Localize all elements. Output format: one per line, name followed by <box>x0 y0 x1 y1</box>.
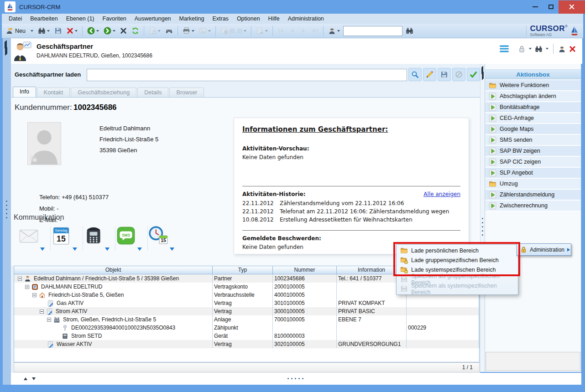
refresh-button[interactable] <box>130 26 141 36</box>
context-menu-item-2[interactable]: Lade gruppenspezifischen Bereich <box>397 255 518 265</box>
splitter-handle[interactable] <box>482 218 483 236</box>
maximize-button[interactable] <box>543 0 559 14</box>
phone-action[interactable] <box>83 225 115 252</box>
aktionsbox-item-umzug[interactable]: Umzug <box>485 179 581 190</box>
caret-down-icon[interactable] <box>40 248 45 251</box>
splitter-handle[interactable] <box>6 201 7 218</box>
confirm-chip-button[interactable] <box>467 68 480 81</box>
splitter-down-icon[interactable] <box>32 377 36 380</box>
aktionsbox-item-z-hlerstandsmeldung[interactable]: Zählerstandsmeldung <box>485 190 581 201</box>
column-header-Nummer[interactable]: Nummer <box>273 266 337 274</box>
alle-anzeigen-link[interactable]: Alle anzeigen <box>423 191 460 197</box>
nav-prev-button[interactable] <box>287 26 297 35</box>
edit-chip-button[interactable] <box>423 68 436 81</box>
quick-search-go-button[interactable] <box>404 26 415 36</box>
tab-geschäftsbeziehung[interactable]: Geschäftsbeziehung <box>71 88 136 97</box>
table-row[interactable]: Gas AKTIVVertrag3010100005PRIVAT KOMPAKT <box>14 299 479 307</box>
menu-item-hilfe[interactable]: Hilfe <box>264 14 284 24</box>
table-row[interactable]: Wasser AKTIVVertrag3020100005GRUNDVERSOR… <box>14 340 479 348</box>
nav-next-button[interactable] <box>299 26 308 35</box>
column-header-Typ[interactable]: Typ <box>213 266 273 274</box>
table-row[interactable]: Strom SETDGerät8100000003 <box>14 332 479 340</box>
businesspartner-load-input[interactable] <box>87 69 407 81</box>
aktionsbox-item-weitere-funktionen[interactable]: Weitere Funktionen <box>485 80 581 91</box>
termin-action[interactable]: 15 <box>148 225 180 252</box>
aktionsbox-item-sms-senden[interactable]: SMS senden <box>485 135 581 146</box>
administration-button[interactable]: Administration <box>517 243 571 256</box>
caret-down-icon[interactable] <box>137 248 142 251</box>
aktionsbox-item-zwischenrechnung[interactable]: Zwischenrechnung <box>485 201 581 211</box>
caret-down-icon[interactable] <box>73 248 77 251</box>
email-action[interactable] <box>18 225 50 252</box>
splitter-up-icon[interactable] <box>24 377 27 380</box>
back-button[interactable] <box>86 26 100 36</box>
collapse-expander-icon[interactable] <box>25 285 29 289</box>
search-button[interactable] <box>37 26 51 36</box>
menu-hamburger-icon[interactable] <box>500 45 509 52</box>
collapse-expander-icon[interactable] <box>40 309 44 314</box>
new-document-button[interactable] <box>147 26 162 36</box>
save-chip-button[interactable] <box>438 68 451 81</box>
caret-down-icon[interactable] <box>529 48 532 50</box>
discard-chip-button[interactable] <box>452 68 465 81</box>
caret-down-icon[interactable] <box>170 248 174 251</box>
search-chip-button[interactable] <box>408 68 422 81</box>
table-row[interactable]: Strom AKTIVVertrag3000100005PRIVAT BASIC <box>14 307 479 315</box>
collapse-expander-icon[interactable] <box>18 277 22 281</box>
caret-down-icon[interactable] <box>546 48 548 50</box>
delete-button[interactable] <box>65 26 79 35</box>
aktionsbox-item-ceg-anfrage[interactable]: CEG-Anfrage <box>485 113 581 124</box>
menu-item-marketing[interactable]: Marketing <box>175 14 209 24</box>
menu-item-optionen[interactable]: Optionen <box>233 14 264 24</box>
quick-search-person-button[interactable] <box>327 26 341 36</box>
export-button[interactable] <box>255 26 269 36</box>
workflow-button[interactable] <box>164 26 174 36</box>
new-button[interactable]: Neu <box>5 26 35 36</box>
menu-item-ebenen-1-[interactable]: Ebenen (1) <box>62 14 99 24</box>
menu-item-administration[interactable]: Administration <box>284 14 328 24</box>
aktionsbox-item-bonit-tsabfrage[interactable]: Bonitätsabfrage <box>485 102 581 113</box>
horizontal-splitter-handle[interactable] <box>287 378 303 379</box>
aktionsbox-item-google-maps[interactable]: Google Maps <box>485 124 581 135</box>
history-button[interactable]: (0, 0) <box>219 26 248 36</box>
quick-search-input[interactable] <box>343 26 402 36</box>
collapse-expander-icon[interactable] <box>47 318 51 322</box>
binoculars-icon[interactable] <box>535 45 543 53</box>
expand-right-icon[interactable] <box>5 46 7 56</box>
sms-action[interactable]: SMS <box>115 225 147 252</box>
print-button[interactable] <box>181 26 196 36</box>
menu-item-favoriten[interactable]: Favoriten <box>99 14 131 24</box>
right-splitter[interactable] <box>480 64 485 372</box>
collapse-expander-icon[interactable] <box>32 293 37 297</box>
aktionsbox-item-sap-cic-zeigen[interactable]: SAP CIC zeigen <box>485 157 581 168</box>
tab-browser[interactable]: Browser <box>169 88 204 97</box>
table-row[interactable]: DE000229353984000100023N5035O0843Zählpun… <box>14 324 479 332</box>
tab-info[interactable]: Info <box>13 87 36 97</box>
expand-right-icon[interactable] <box>482 70 484 80</box>
calendar-action[interactable]: Samstag15 <box>51 225 83 252</box>
table-row[interactable]: Strom, Gießen, Friedrich-List-Straße 5An… <box>14 315 479 324</box>
aktionsbox-item-abschlagsplan-ndern[interactable]: Abschlagsplan ändern <box>485 91 581 102</box>
left-splitter[interactable] <box>3 38 11 385</box>
menu-item-auswertungen[interactable]: Auswertungen <box>131 14 175 24</box>
column-header-Objekt[interactable]: Objekt <box>14 266 213 274</box>
menu-item-datei[interactable]: Datei <box>5 14 26 24</box>
menu-item-bearbeiten[interactable]: Bearbeiten <box>26 14 62 24</box>
nav-last-button[interactable] <box>310 26 320 35</box>
tab-details[interactable]: Details <box>137 88 168 97</box>
tab-kontakt[interactable]: Kontakt <box>37 88 70 97</box>
forward-button[interactable] <box>102 26 117 36</box>
caret-down-icon[interactable] <box>105 248 110 251</box>
minimize-button[interactable] <box>528 0 543 14</box>
cancel-button[interactable] <box>119 26 128 35</box>
aktionsbox-item-sap-bw-zeigen[interactable]: SAP BW zeigen <box>485 146 581 157</box>
lock-icon[interactable] <box>518 45 526 53</box>
menu-item-extras[interactable]: Extras <box>208 14 232 24</box>
image-button[interactable] <box>198 26 212 36</box>
nav-first-button[interactable] <box>276 26 286 35</box>
person-search-icon[interactable] <box>558 45 566 53</box>
close-record-icon[interactable] <box>569 46 576 52</box>
context-menu-item-1[interactable]: Lade persönlichen Bereich <box>397 246 518 255</box>
aktionsbox-item-slp-angebot[interactable]: SLP Angebot <box>485 168 581 179</box>
close-button[interactable] <box>559 0 585 14</box>
